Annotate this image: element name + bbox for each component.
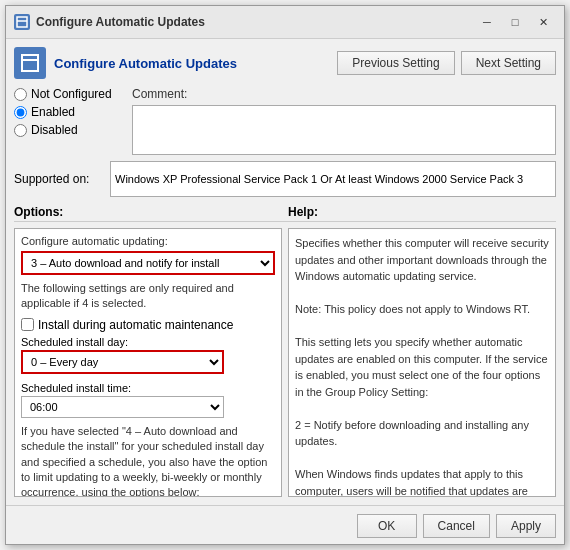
install-checkbox-row: Install during automatic maintenance (21, 318, 275, 332)
options-help-section: Configure automatic updating: 2 – Notify… (14, 221, 556, 497)
close-button[interactable]: ✕ (530, 12, 556, 32)
minimize-button[interactable]: ─ (474, 12, 500, 32)
options-info-text: The following settings are only required… (21, 281, 275, 312)
middle-section: Not Configured Enabled Disabled Comment: (14, 87, 556, 155)
supported-label: Supported on: (14, 172, 104, 186)
options-pane-label: Options: (14, 205, 282, 219)
options-pane: Configure automatic updating: 2 – Notify… (14, 228, 282, 497)
window-title: Configure Automatic Updates (36, 15, 205, 29)
configure-label: Configure automatic updating: (21, 235, 275, 247)
not-configured-radio[interactable]: Not Configured (14, 87, 124, 101)
help-pane: Specifies whether this computer will rec… (288, 228, 556, 497)
auto-update-dropdown[interactable]: 2 – Notify for download and notify for i… (21, 251, 275, 275)
cancel-button[interactable]: Cancel (423, 514, 490, 538)
ok-button[interactable]: OK (357, 514, 417, 538)
maximize-button[interactable]: □ (502, 12, 528, 32)
comment-section: Comment: (132, 87, 556, 155)
svg-rect-0 (17, 17, 27, 27)
schedule-time-label: Scheduled install time: (21, 382, 275, 394)
next-setting-button[interactable]: Next Setting (461, 51, 556, 75)
navigation-buttons: Previous Setting Next Setting (337, 51, 556, 75)
header-row: Configure Automatic Updates Previous Set… (14, 47, 556, 79)
header-icon (14, 47, 46, 79)
supported-value: Windows XP Professional Service Pack 1 O… (110, 161, 556, 197)
schedule-day-label: Scheduled install day: (21, 336, 275, 348)
comment-label: Comment: (132, 87, 556, 101)
window: Configure Automatic Updates ─ □ ✕ Config… (5, 5, 565, 545)
options-body-text: If you have selected "4 – Auto download … (21, 424, 275, 497)
content-area: Configure Automatic Updates Previous Set… (6, 39, 564, 505)
pane-labels: Options: Help: (14, 205, 556, 219)
schedule-day-dropdown[interactable]: 0 – Every day 1 – Every Sunday 2 – Every… (21, 350, 224, 374)
radio-section: Not Configured Enabled Disabled (14, 87, 124, 137)
supported-row: Supported on: Windows XP Professional Se… (14, 161, 556, 197)
comment-textarea[interactable] (132, 105, 556, 155)
disabled-radio[interactable]: Disabled (14, 123, 124, 137)
previous-setting-button[interactable]: Previous Setting (337, 51, 454, 75)
help-pane-label: Help: (288, 205, 556, 219)
dialog-title: Configure Automatic Updates (54, 56, 329, 71)
enabled-radio[interactable]: Enabled (14, 105, 124, 119)
svg-rect-2 (22, 55, 38, 71)
bottom-bar: OK Cancel Apply (6, 505, 564, 544)
schedule-time-dropdown[interactable]: 06:00 07:00 (21, 396, 224, 418)
install-checkbox[interactable] (21, 318, 34, 331)
window-icon (14, 14, 30, 30)
install-checkbox-label: Install during automatic maintenance (38, 318, 233, 332)
help-text: Specifies whether this computer will rec… (295, 235, 549, 497)
apply-button[interactable]: Apply (496, 514, 556, 538)
title-bar: Configure Automatic Updates ─ □ ✕ (6, 6, 564, 39)
